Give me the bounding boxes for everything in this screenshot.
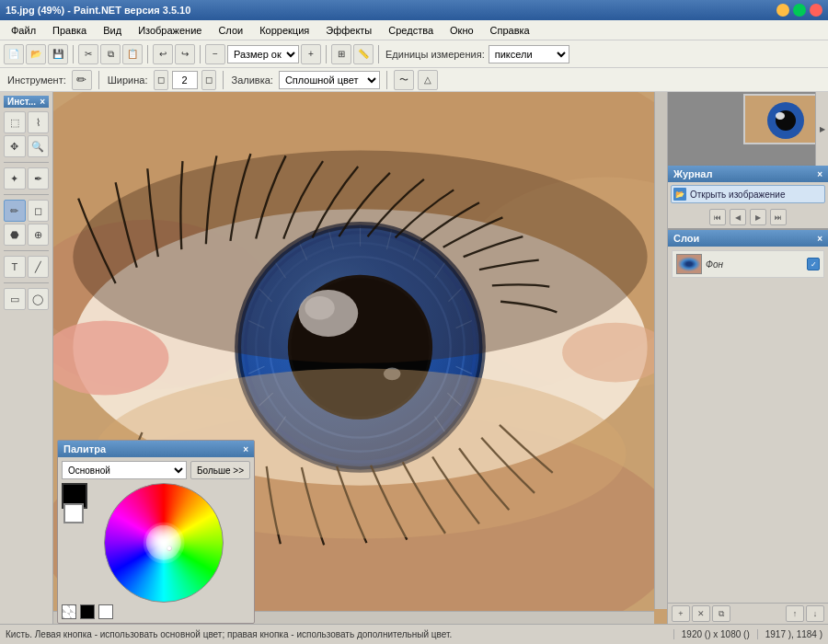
journal-first-btn[interactable]: ⏮ — [709, 209, 726, 225]
palette-close-btn[interactable]: × — [243, 444, 248, 454]
menu-view[interactable]: Вид — [96, 23, 129, 38]
grid-button[interactable]: ⊞ — [331, 44, 351, 64]
move-layer-up-btn[interactable]: ↑ — [786, 605, 804, 622]
width-label: Ширина: — [108, 75, 148, 86]
rect-shape-tool[interactable]: ▭ — [4, 288, 26, 310]
cut-button[interactable]: ✂ — [78, 44, 98, 64]
zoom-in-button[interactable]: + — [301, 44, 321, 64]
journal-last-btn[interactable]: ⏭ — [770, 209, 787, 225]
brush-tool[interactable]: ✏ — [4, 200, 26, 222]
palette-title: Палитра — [63, 443, 106, 454]
tool-label: Инструмент: — [7, 75, 66, 86]
ruler-button[interactable]: 📏 — [353, 44, 374, 64]
thumb-arrow-btn[interactable]: ▶ — [815, 92, 828, 166]
tool-sep-4 — [4, 282, 49, 283]
wheel-center-gradient — [144, 523, 185, 564]
clone-tool[interactable]: ⊕ — [28, 224, 50, 246]
close-button[interactable] — [810, 4, 822, 17]
menu-file[interactable]: Файл — [4, 23, 43, 38]
menu-window[interactable]: Окно — [443, 23, 481, 38]
palette-mode-select[interactable]: Основной Дополнительный — [62, 461, 187, 479]
save-button[interactable]: 💾 — [48, 44, 68, 64]
svg-point-41 — [776, 112, 785, 120]
status-coords: 1917 ), 1184 ) — [757, 629, 822, 639]
brush-tool-icon[interactable]: ✏ — [72, 70, 92, 90]
layer-item-bg[interactable]: Фон ✓ — [672, 250, 824, 278]
antialias-button[interactable]: 〜 — [394, 70, 414, 90]
undo-button[interactable]: ↩ — [153, 44, 173, 64]
zoom-out-button[interactable]: − — [205, 44, 225, 64]
menu-help[interactable]: Справка — [483, 23, 537, 38]
eraser-tool[interactable]: ◻ — [28, 200, 50, 222]
image-thumbnail — [743, 94, 824, 144]
layer-visibility-toggle[interactable]: ✓ — [807, 258, 820, 270]
paste-button[interactable]: 📋 — [122, 44, 143, 64]
fill-label: Заливка: — [232, 75, 273, 86]
menu-bar: Файл Правка Вид Изображение Слои Коррекц… — [0, 20, 828, 40]
units-label: Единицы измерения: — [385, 49, 485, 60]
black-swatch[interactable] — [80, 604, 95, 619]
sep8 — [386, 71, 387, 89]
move-layer-down-btn[interactable]: ↓ — [806, 605, 824, 622]
secondary-color-swatch[interactable] — [63, 503, 84, 523]
line-tool[interactable]: ╱ — [28, 256, 50, 278]
new-button[interactable]: 📄 — [4, 44, 24, 64]
svg-point-36 — [73, 151, 647, 363]
duplicate-layer-btn[interactable]: ⧉ — [712, 605, 730, 622]
width-increase[interactable]: ◻ — [201, 70, 216, 90]
text-tool[interactable]: T — [4, 256, 26, 278]
layers-close-btn[interactable]: × — [817, 234, 822, 244]
color-wheel[interactable] — [104, 483, 224, 603]
redo-button[interactable]: ↪ — [175, 44, 195, 64]
white-swatch[interactable] — [98, 604, 113, 619]
palette-header: Палитра × — [58, 441, 254, 457]
width-decrease[interactable]: ◻ — [154, 70, 168, 90]
zoom-tool[interactable]: 🔍 — [28, 135, 50, 157]
add-layer-btn[interactable]: + — [672, 605, 690, 622]
tool-sep-2 — [4, 194, 49, 195]
app-title: 15.jpg (49%) - Paint.NET версия 3.5.10 — [6, 5, 776, 16]
color-wheel-container — [104, 483, 224, 603]
journal-item-label: Открыть изображение — [690, 190, 785, 200]
fill-select[interactable]: Сплошной цвет Нет заливки Градиент — [279, 71, 380, 89]
transparent-swatch[interactable] — [62, 604, 76, 619]
journal-next-btn[interactable]: ▶ — [750, 209, 766, 225]
width-input[interactable] — [172, 71, 198, 89]
magic-wand-tool[interactable]: ✦ — [4, 167, 26, 190]
color-picker-tool[interactable]: ✒ — [28, 167, 50, 190]
sep6 — [98, 71, 99, 89]
zoom-select[interactable]: Размер ок 25% 50% 100% — [227, 45, 299, 63]
menu-image[interactable]: Изображение — [131, 23, 209, 38]
units-select[interactable]: пиксели дюймы сантиметры — [489, 45, 569, 63]
journal-item-open[interactable]: 📂 Открыть изображение — [671, 185, 825, 203]
layers-panel: Слои × Фон ✓ + ✕ ⧉ ↑ ↓ — [668, 230, 828, 624]
menu-effects[interactable]: Эффекты — [318, 23, 379, 38]
options-bar: Инструмент: ✏ Ширина: ◻ ◻ Заливка: Сплош… — [0, 68, 828, 92]
tool-sep-3 — [4, 250, 49, 251]
fill-tool[interactable]: ⬣ — [4, 224, 26, 246]
ellipse-shape-tool[interactable]: ◯ — [28, 288, 50, 310]
layer-name: Фон — [706, 259, 803, 270]
palette-more-btn[interactable]: Больше >> — [190, 461, 250, 479]
open-button[interactable]: 📂 — [26, 44, 46, 64]
delete-layer-btn[interactable]: ✕ — [692, 605, 710, 622]
journal-close-btn[interactable]: × — [817, 169, 822, 179]
maximize-button[interactable] — [793, 4, 806, 17]
menu-layers[interactable]: Слои — [211, 23, 250, 38]
journal-prev-btn[interactable]: ◀ — [730, 209, 746, 225]
copy-button[interactable]: ⧉ — [100, 44, 121, 64]
rect-select-tool[interactable]: ⬚ — [4, 111, 26, 133]
palette-content: Основной Дополнительный Больше >> — [58, 457, 254, 623]
tool-row-3: ✦ ✒ — [4, 167, 49, 190]
lasso-select-tool[interactable]: ⌇ — [28, 111, 50, 133]
palette-main — [62, 483, 250, 603]
blend-button[interactable]: △ — [418, 70, 438, 90]
menu-edit[interactable]: Правка — [45, 23, 94, 38]
vertical-scrollbar[interactable] — [654, 92, 667, 609]
menu-tools[interactable]: Средства — [381, 23, 441, 38]
minimize-button[interactable] — [776, 4, 789, 17]
svg-point-7 — [562, 323, 667, 383]
menu-correction[interactable]: Коррекция — [252, 23, 316, 38]
journal-title: Журнал — [673, 168, 712, 179]
move-tool[interactable]: ✥ — [4, 135, 26, 157]
